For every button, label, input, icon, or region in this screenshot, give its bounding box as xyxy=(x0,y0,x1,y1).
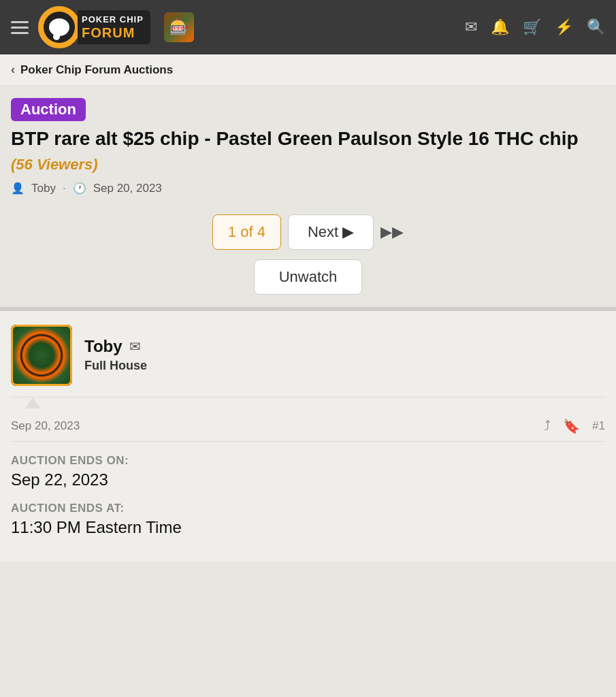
title-row: Auction BTP rare alt $25 chip - Pastel G… xyxy=(11,97,605,176)
post-number: #1 xyxy=(592,419,605,433)
next-arrow-icon: ▶ xyxy=(342,223,354,241)
avatar-chip-image xyxy=(11,325,72,386)
auction-ends-at-value: 11:30 PM Eastern Time xyxy=(11,518,605,537)
title-area: Auction BTP rare alt $25 chip - Pastel G… xyxy=(11,97,605,195)
breadcrumb-link[interactable]: Poker Chip Forum Auctions xyxy=(20,63,173,77)
bookmark-icon[interactable]: 🔖 xyxy=(563,418,580,434)
post-meta: 👤 Toby · 🕐 Sep 20, 2023 xyxy=(11,182,605,195)
lightning-icon[interactable]: ⚡ xyxy=(555,18,573,36)
share-icon[interactable]: ⤴ xyxy=(544,418,551,434)
post-date: Sep 20, 2023 xyxy=(93,182,162,195)
logo-circle xyxy=(38,6,80,48)
post-actions: ⤴ 🔖 #1 xyxy=(544,418,605,434)
page-indicator[interactable]: 1 of 4 xyxy=(212,214,281,250)
auction-badge: Auction xyxy=(11,98,86,121)
breadcrumb: ‹ Poker Chip Forum Auctions xyxy=(0,54,616,86)
logo-inner xyxy=(44,12,75,43)
header-icons: ✉ 🔔 🛒 ⚡ 🔍 xyxy=(465,18,605,36)
speech-tail xyxy=(25,398,41,408)
fast-forward-icon[interactable]: ▶▶ xyxy=(380,223,404,241)
post-author-row: Toby ✉ Full House xyxy=(11,311,605,398)
cart-icon[interactable]: 🛒 xyxy=(523,18,541,36)
auction-ends-at-label: AUCTION ENDS AT: xyxy=(11,502,605,515)
bell-icon[interactable]: 🔔 xyxy=(491,18,509,36)
pagination-area: 1 of 4 Next ▶ ▶▶ xyxy=(11,205,605,259)
logo-bubble-icon xyxy=(49,18,69,36)
author-avatar[interactable] xyxy=(11,325,72,386)
user-icon: 👤 xyxy=(11,182,25,195)
main-content: Auction BTP rare alt $25 chip - Pastel G… xyxy=(0,86,616,311)
post-content: AUCTION ENDS ON: Sep 22, 2023 AUCTION EN… xyxy=(11,442,605,562)
next-label: Next xyxy=(308,223,338,241)
next-button[interactable]: Next ▶ xyxy=(288,214,374,250)
author-rank: Full House xyxy=(84,359,147,373)
site-header: POKER CHIP FORUM 🎰 ✉ 🔔 🛒 ⚡ 🔍 xyxy=(0,0,616,54)
search-icon[interactable]: 🔍 xyxy=(587,18,605,36)
logo-forum-text: FORUM xyxy=(82,25,144,40)
user-avatar-thumb[interactable]: 🎰 xyxy=(164,12,194,42)
message-icon[interactable]: ✉ xyxy=(129,338,141,355)
meta-separator: · xyxy=(63,182,66,195)
back-arrow-icon[interactable]: ‹ xyxy=(11,63,15,77)
unwatch-button[interactable]: Unwatch xyxy=(254,259,363,295)
post-timestamp: Sep 20, 2023 xyxy=(11,419,80,433)
post-title-text: BTP rare alt $25 chip - Pastel Green Pau… xyxy=(11,128,579,149)
logo-poker-chip-text: POKER CHIP xyxy=(82,14,144,25)
post-author-name[interactable]: Toby xyxy=(31,182,56,195)
auction-ends-on-value: Sep 22, 2023 xyxy=(11,470,605,489)
logo-text: POKER CHIP FORUM xyxy=(78,10,150,44)
mail-icon[interactable]: ✉ xyxy=(465,18,477,36)
viewers-count: (56 Viewers) xyxy=(11,156,98,173)
hamburger-menu[interactable] xyxy=(11,21,29,34)
author-name-row: Toby ✉ xyxy=(84,337,147,356)
auction-ends-on-label: AUCTION ENDS ON: xyxy=(11,454,605,468)
post-area: Toby ✉ Full House Sep 20, 2023 ⤴ 🔖 #1 AU… xyxy=(0,311,616,562)
post-title: BTP rare alt $25 chip - Pastel Green Pau… xyxy=(11,127,605,176)
site-logo[interactable]: POKER CHIP FORUM xyxy=(38,6,150,48)
author-info: Toby ✉ Full House xyxy=(84,337,147,373)
post-meta-bar: Sep 20, 2023 ⤴ 🔖 #1 xyxy=(11,408,605,442)
clock-icon: 🕐 xyxy=(73,182,86,195)
author-name[interactable]: Toby xyxy=(84,337,123,356)
unwatch-area: Unwatch xyxy=(11,259,605,307)
